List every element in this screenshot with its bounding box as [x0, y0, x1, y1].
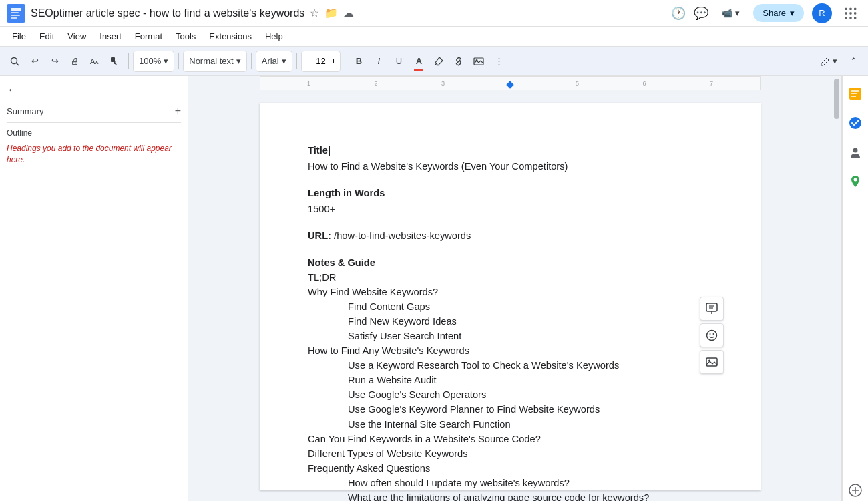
redo-button[interactable]: ↪	[45, 51, 64, 72]
bold-button[interactable]: B	[349, 51, 368, 72]
sidebar-summary-section: Summary +	[7, 105, 181, 117]
svg-rect-20	[474, 58, 483, 65]
decrease-font-button[interactable]: −	[304, 56, 312, 66]
doc-line: Use Google's Search Operators	[348, 387, 712, 402]
underline-button[interactable]: U	[389, 51, 408, 72]
floating-actions	[700, 297, 724, 374]
comment-icon[interactable]: 💬	[694, 6, 708, 21]
doc-length-section: Length in Words 1500+	[308, 186, 712, 216]
menu-insert[interactable]: Insert	[94, 29, 127, 43]
doc-length-heading: Length in Words	[308, 186, 712, 200]
google-apps-icon[interactable]	[840, 3, 861, 24]
svg-rect-2	[11, 12, 19, 13]
history-icon[interactable]: 🕐	[671, 6, 686, 21]
emoji-float-button[interactable]	[700, 323, 724, 347]
image-float-button[interactable]	[700, 350, 724, 374]
menu-view[interactable]: View	[62, 29, 91, 43]
svg-rect-9	[849, 12, 851, 14]
svg-rect-13	[854, 17, 856, 19]
svg-rect-4	[11, 17, 17, 19]
doc-line: TL;DR	[308, 270, 712, 285]
document-scroll[interactable]: Title How to Find a Website's Keywords (…	[188, 90, 832, 501]
more-options-button[interactable]: ⋮	[489, 51, 508, 72]
print-button[interactable]: 🖨	[65, 51, 84, 72]
doc-line: How to Find Any Website's Keywords	[308, 343, 712, 358]
insert-image-button[interactable]	[469, 51, 488, 72]
document-content: Title How to Find a Website's Keywords (…	[308, 143, 712, 501]
toolbar-right: ▾ ⌃	[817, 51, 863, 72]
star-icon[interactable]: ☆	[310, 7, 319, 19]
undo-button[interactable]: ↩	[25, 51, 44, 72]
folder-icon[interactable]: 📁	[324, 7, 338, 19]
sidebar-divider	[7, 122, 181, 123]
doc-line: How often should I update my website's k…	[348, 476, 712, 490]
svg-rect-10	[854, 12, 856, 14]
share-label: Share	[763, 8, 786, 18]
svg-point-37	[853, 148, 858, 153]
editing-mode-button[interactable]: ▾	[817, 51, 841, 72]
font-dropdown-icon: ▾	[282, 56, 286, 66]
toolbar-separator-5	[345, 53, 345, 69]
menu-edit[interactable]: Edit	[34, 29, 59, 43]
sidebar-back-button[interactable]: ←	[7, 83, 181, 97]
doc-line: Find Content Gaps	[348, 299, 712, 314]
increase-font-button[interactable]: +	[330, 56, 338, 66]
expand-panel-button[interactable]	[845, 480, 866, 501]
menu-extensions[interactable]: Extensions	[204, 29, 257, 43]
menu-help[interactable]: Help	[260, 29, 288, 43]
doc-line: Use a Keyword Research Tool to Check a W…	[348, 358, 712, 373]
svg-rect-6	[849, 7, 851, 9]
highlight-color-button[interactable]	[429, 51, 448, 72]
svg-rect-5	[845, 7, 847, 9]
font-color-button[interactable]: A	[409, 51, 428, 72]
contacts-person-icon[interactable]	[845, 142, 866, 163]
sidebar-add-button[interactable]: +	[175, 105, 181, 117]
doc-title-row: Title	[308, 143, 712, 158]
doc-icon	[7, 4, 25, 23]
menu-file[interactable]: File	[7, 29, 31, 43]
scrollbar-thumb[interactable]	[834, 79, 839, 119]
link-button[interactable]	[449, 51, 468, 72]
doc-line: Can You Find Keywords in a Website's Sou…	[308, 432, 712, 446]
zoom-dropdown[interactable]: 100% ▾	[133, 51, 174, 72]
sidebar-outline-label: Outline	[7, 128, 181, 138]
svg-point-14	[11, 57, 17, 63]
cloud-save-icon[interactable]: ☁	[343, 7, 354, 19]
spell-check-button[interactable]: A	[85, 51, 104, 72]
font-size-controls[interactable]: − 12 +	[301, 51, 341, 72]
text-style-dropdown[interactable]: Normal text ▾	[183, 51, 246, 72]
doc-url-section: URL: /how-to-find-websites-keywords	[308, 228, 712, 243]
svg-rect-3	[11, 15, 20, 16]
font-dropdown[interactable]: Arial ▾	[256, 51, 292, 72]
add-comment-float-button[interactable]	[700, 297, 724, 321]
doc-line: Different Types of Website Keywords	[308, 446, 712, 461]
sticky-note-icon[interactable]	[845, 83, 866, 104]
ruler-area: 1234567	[188, 76, 832, 90]
sidebar-outline-hint: Headings you add to the document will ap…	[7, 143, 181, 166]
document-area[interactable]: 1234567 Title How to Find a Website's Ke…	[188, 76, 832, 501]
menu-format[interactable]: Format	[130, 29, 168, 43]
doc-line: Run a Website Audit	[348, 373, 712, 387]
paint-format-button[interactable]	[105, 51, 124, 72]
maps-pin-icon[interactable]	[845, 171, 866, 192]
meet-button[interactable]: 📹 ▾	[716, 5, 745, 21]
avatar[interactable]: R	[812, 3, 832, 23]
search-button[interactable]	[5, 51, 24, 72]
doc-line: Use Google's Keyword Planner to Find Web…	[348, 402, 712, 417]
italic-button[interactable]: I	[369, 51, 388, 72]
document-page[interactable]: Title How to Find a Website's Keywords (…	[260, 103, 761, 490]
collapse-toolbar-button[interactable]: ⌃	[844, 51, 863, 72]
doc-title-label: Title	[308, 145, 328, 156]
toolbar-separator-1	[128, 53, 129, 69]
toolbar-separator-4	[296, 53, 297, 69]
doc-line: What are the limitations of analyzing pa…	[348, 490, 712, 501]
doc-line: Satisfy User Search Intent	[348, 329, 712, 343]
share-button[interactable]: Share ▾	[753, 4, 804, 22]
vertical-scrollbar[interactable]	[832, 76, 841, 501]
doc-line: Find New Keyword Ideas	[348, 314, 712, 329]
svg-point-38	[854, 178, 857, 182]
document-title: SEOptimer article spec - how to find a w…	[31, 7, 304, 19]
tasks-checkmark-icon[interactable]	[845, 112, 866, 134]
font-size-value[interactable]: 12	[313, 56, 328, 66]
menu-tools[interactable]: Tools	[170, 29, 201, 43]
